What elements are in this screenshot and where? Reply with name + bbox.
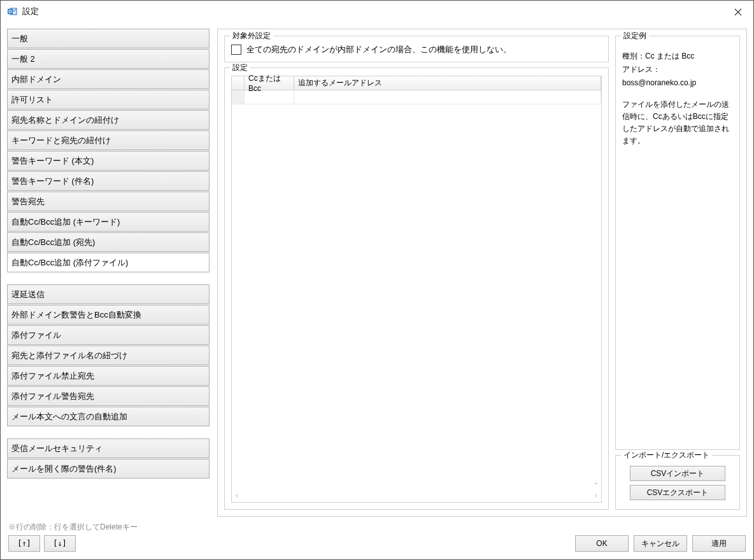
nav-external-domain-bcc[interactable]: 外部ドメイン数警告とBcc自動変換 [7,305,210,325]
outlook-icon [7,6,17,17]
scroll-right-icon[interactable]: › [595,491,597,499]
right-panel: 設定例 種別：Cc または Bcc アドレス： boss@noraneko.co… [615,36,740,510]
nav-keyword-recipient-link[interactable]: キーワードと宛先の紐付け [7,130,210,150]
scroll-left-icon[interactable]: ‹ [236,491,238,499]
csv-import-button[interactable]: CSVインポート [630,466,725,481]
nav-auto-ccbcc-recipient[interactable]: 自動Cc/Bcc追加 (宛先) [7,232,210,252]
scroll-down-icon[interactable]: ⌄ [594,479,599,486]
delete-hint: ※行の削除：行を選択してDeleteキー [8,522,138,533]
nav-open-warning-subject[interactable]: メールを開く際の警告(件名) [7,459,210,479]
order-buttons: [↑] [↓] [8,535,138,552]
example-address-value: boss@noraneko.co.jp [622,77,733,89]
nav-internal-domain[interactable]: 内部ドメイン [7,69,210,89]
csv-export-button[interactable]: CSVエクスポート [630,485,725,500]
table-row[interactable] [232,90,601,104]
nav-attach-warn-recipient[interactable]: 添付ファイル警告宛先 [7,386,210,406]
table-body[interactable] [232,90,601,488]
exclusion-legend: 対象外設定 [230,31,273,41]
sidebar: 一般 一般 2 内部ドメイン 許可リスト 宛先名称とドメインの紐付け キーワード… [7,29,210,517]
nav-warning-keyword-body[interactable]: 警告キーワード (本文) [7,151,210,171]
example-fieldset: 設定例 種別：Cc または Bcc アドレス： boss@noraneko.co… [615,36,740,450]
ok-button[interactable]: OK [575,535,629,552]
nav-general-2[interactable]: 一般 2 [7,49,210,69]
footer-right: OK キャンセル 適用 [575,535,746,552]
example-content: 種別：Cc または Bcc アドレス： boss@noraneko.co.jp … [622,44,733,147]
settings-window: 設定 一般 一般 2 内部ドメイン 許可リスト 宛先名称とドメインの紐付け キー… [0,0,754,560]
apply-button[interactable]: 適用 [692,535,746,552]
main-content: 対象外設定 全ての宛先のドメインが内部ドメインの場合、この機能を使用しない。 設… [224,36,609,510]
exclusion-fieldset: 対象外設定 全ての宛先のドメインが内部ドメインの場合、この機能を使用しない。 [224,36,609,62]
footer: ※行の削除：行を選択してDeleteキー [↑] [↓] OK キャンセル 適用 [1,517,753,559]
content-area: 対象外設定 全ての宛先のドメインが内部ドメインの場合、この機能を使用しない。 設… [217,29,747,517]
footer-left: ※行の削除：行を選択してDeleteキー [↑] [↓] [8,522,138,552]
col-header-ccbcc[interactable]: CcまたはBcc [245,76,294,90]
nav-warning-recipient[interactable]: 警告宛先 [7,192,210,211]
window-title: 設定 [22,6,39,17]
example-type: 種別：Cc または Bcc [622,50,733,62]
col-header-address[interactable]: 追加するメールアドレス [294,76,601,90]
cancel-button[interactable]: キャンセル [634,535,687,552]
settings-table[interactable]: CcまたはBcc 追加するメールアドレス ⌄ ‹ [231,76,602,503]
nav-attach-deny-recipient[interactable]: 添付ファイル禁止宛先 [7,366,210,386]
exclusion-checkbox-row: 全ての宛先のドメインが内部ドメインの場合、この機能を使用しない。 [231,44,602,55]
import-export-legend: インポート/エクスポート [621,450,712,461]
main-area: 一般 一般 2 内部ドメイン 許可リスト 宛先名称とドメインの紐付け キーワード… [1,22,753,517]
import-export-fieldset: インポート/エクスポート CSVインポート CSVエクスポート [615,455,740,510]
nav-recipient-attach-link[interactable]: 宛先と添付ファイル名の紐づけ [7,346,210,365]
row-header-corner [232,76,245,90]
nav-delayed-send[interactable]: 遅延送信 [7,284,210,304]
table-header: CcまたはBcc 追加するメールアドレス [232,76,601,90]
move-down-button[interactable]: [↓] [44,535,76,552]
nav-warning-keyword-subject[interactable]: 警告キーワード (件名) [7,171,210,191]
close-button[interactable] [730,6,746,18]
settings-fieldset: 設定 CcまたはBcc 追加するメールアドレス [224,67,609,510]
nav-recipient-domain-link[interactable]: 宛先名称とドメインの紐付け [7,110,210,130]
nav-auto-body-text[interactable]: メール本文への文言の自動追加 [7,407,210,426]
nav-allow-list[interactable]: 許可リスト [7,90,210,109]
exclusion-checkbox-label: 全ての宛先のドメインが内部ドメインの場合、この機能を使用しない。 [246,44,511,55]
nav-auto-ccbcc-attachment[interactable]: 自動Cc/Bcc追加 (添付ファイル) [7,253,210,272]
settings-legend: 設定 [230,62,250,73]
move-up-button[interactable]: [↑] [8,535,40,552]
example-legend: 設定例 [621,31,649,41]
nav-receive-security[interactable]: 受信メールセキュリティ [7,438,210,458]
nav-general[interactable]: 一般 [7,29,210,48]
example-address-label: アドレス： [622,64,733,76]
example-description: ファイルを添付したメールの送信時に、CcあるいはBccに指定したアドレスが自動で… [622,99,733,148]
nav-attachment[interactable]: 添付ファイル [7,325,210,345]
exclusion-checkbox[interactable] [231,45,241,55]
nav-auto-ccbcc-keyword[interactable]: 自動Cc/Bcc追加 (キーワード) [7,212,210,232]
titlebar: 設定 [1,1,753,22]
